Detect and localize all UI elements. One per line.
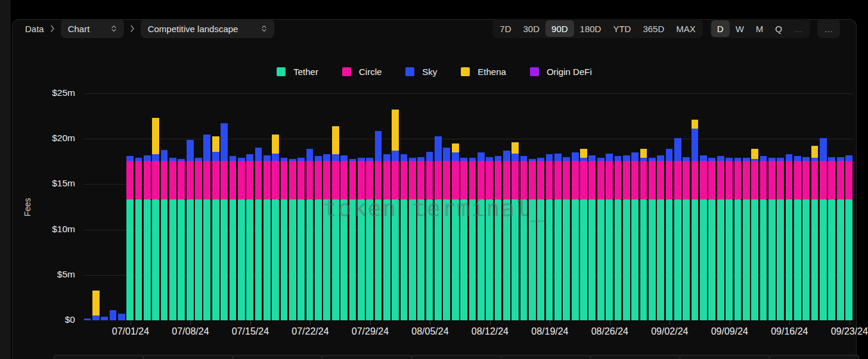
bar-09/05/24[interactable] (692, 120, 699, 320)
bar-08/21/24[interactable] (563, 157, 570, 320)
bar-08/12/24[interactable] (486, 157, 493, 320)
bar-08/16/24[interactable] (520, 156, 528, 320)
bar-07/11/24[interactable] (212, 136, 219, 320)
bar-08/18/24[interactable] (537, 158, 544, 320)
range-button-7d[interactable]: 7D (494, 20, 517, 37)
bar-06/30/24[interactable] (118, 314, 125, 320)
bar-09/13/24[interactable] (760, 156, 767, 320)
granularity-button-q[interactable]: Q (769, 20, 788, 37)
range-button-365d[interactable]: 365D (637, 20, 670, 37)
bar-09/18/24[interactable] (802, 157, 810, 320)
bar-06/28/24[interactable] (101, 317, 108, 320)
bar-09/08/24[interactable] (717, 156, 724, 320)
bar-08/03/24[interactable] (409, 158, 416, 320)
bar-07/14/24[interactable] (238, 158, 245, 320)
bar-07/07/24[interactable] (178, 159, 185, 320)
bar-09/06/24[interactable] (700, 155, 707, 320)
bar-07/23/24[interactable] (315, 156, 322, 320)
bar-07/24/24[interactable] (323, 154, 330, 320)
bar-08/25/24[interactable] (597, 158, 604, 320)
bar-07/06/24[interactable] (169, 158, 176, 320)
bar-08/10/24[interactable] (469, 158, 476, 320)
legend-item-ethena[interactable]: Ethena (461, 67, 506, 77)
granularity-button-d[interactable]: D (711, 20, 730, 37)
bar-09/03/24[interactable] (674, 138, 681, 320)
bar-07/17/24[interactable] (264, 155, 271, 320)
bar-07/02/24[interactable] (135, 158, 142, 320)
legend-item-circle[interactable]: Circle (342, 67, 382, 77)
bar-09/22/24[interactable] (837, 157, 844, 320)
bar-07/30/24[interactable] (375, 131, 382, 320)
bar-09/19/24[interactable] (811, 146, 819, 320)
bar-08/30/24[interactable] (640, 149, 647, 320)
bar-09/02/24[interactable] (666, 149, 673, 320)
bar-08/15/24[interactable] (512, 142, 519, 320)
bar-06/29/24[interactable] (110, 310, 117, 320)
bar-07/20/24[interactable] (289, 159, 296, 320)
bar-08/05/24[interactable] (426, 152, 433, 320)
bar-09/20/24[interactable] (820, 138, 827, 320)
range-button-ytd[interactable]: YTD (607, 20, 637, 37)
legend-item-origin-defi[interactable]: Origin DeFi (530, 67, 592, 77)
bar-07/12/24[interactable] (221, 123, 228, 320)
legend-item-sky[interactable]: Sky (405, 67, 437, 77)
granularity-button-m[interactable]: M (750, 20, 770, 37)
bar-08/01/24[interactable] (392, 110, 399, 320)
bar-07/15/24[interactable] (246, 154, 253, 320)
range-button-max[interactable]: MAX (670, 20, 702, 37)
bar-07/19/24[interactable] (281, 158, 288, 320)
breadcrumb-root[interactable]: Data (25, 24, 44, 34)
bar-09/14/24[interactable] (768, 158, 776, 320)
bar-07/10/24[interactable] (203, 135, 210, 320)
bar-08/14/24[interactable] (503, 151, 510, 320)
bar-07/28/24[interactable] (358, 158, 365, 320)
more-options-button[interactable]: … (817, 19, 840, 38)
bar-09/07/24[interactable] (708, 158, 715, 320)
bar-09/15/24[interactable] (777, 158, 784, 320)
bar-07/31/24[interactable] (383, 154, 390, 320)
bar-09/16/24[interactable] (786, 154, 793, 320)
granularity-button-w[interactable]: W (730, 20, 750, 37)
bar-08/19/24[interactable] (546, 154, 553, 320)
range-button-90d[interactable]: 90D (545, 20, 574, 37)
bar-08/08/24[interactable] (452, 143, 459, 320)
granularity-button-more[interactable]: … (788, 20, 809, 37)
bar-09/12/24[interactable] (751, 149, 758, 320)
bar-08/31/24[interactable] (649, 158, 656, 320)
chart-type-dropdown[interactable]: Chart (61, 19, 124, 38)
range-button-30d[interactable]: 30D (517, 20, 546, 37)
bar-09/01/24[interactable] (657, 155, 664, 320)
bar-09/21/24[interactable] (828, 157, 835, 320)
bar-08/20/24[interactable] (554, 154, 562, 320)
bar-09/17/24[interactable] (794, 156, 801, 320)
bar-08/29/24[interactable] (631, 152, 638, 320)
bar-08/28/24[interactable] (623, 155, 630, 320)
bar-09/23/24[interactable] (845, 155, 852, 320)
bar-08/02/24[interactable] (401, 154, 408, 320)
bar-06/26/24[interactable] (84, 319, 91, 320)
bar-07/04/24[interactable] (152, 118, 159, 320)
bar-08/17/24[interactable] (529, 159, 536, 320)
bar-08/27/24[interactable] (615, 156, 622, 320)
bar-06/27/24[interactable] (92, 291, 100, 320)
bar-08/22/24[interactable] (572, 152, 579, 320)
bar-07/03/24[interactable] (144, 155, 151, 320)
bar-07/18/24[interactable] (272, 135, 279, 320)
bar-08/11/24[interactable] (478, 152, 485, 320)
bar-07/29/24[interactable] (366, 158, 373, 320)
view-dropdown[interactable]: Competitive landscape (141, 19, 274, 38)
bar-09/11/24[interactable] (743, 158, 750, 320)
bar-07/16/24[interactable] (255, 148, 262, 320)
bar-07/27/24[interactable] (349, 159, 356, 320)
bar-08/26/24[interactable] (606, 154, 613, 320)
bar-07/08/24[interactable] (187, 140, 194, 320)
bar-08/06/24[interactable] (435, 136, 442, 320)
bar-09/09/24[interactable] (726, 158, 733, 320)
bar-08/13/24[interactable] (495, 156, 502, 320)
bar-07/01/24[interactable] (126, 156, 134, 320)
bar-07/26/24[interactable] (340, 155, 348, 320)
bar-09/10/24[interactable] (734, 158, 742, 320)
bar-07/09/24[interactable] (195, 158, 202, 320)
bar-07/25/24[interactable] (332, 126, 339, 320)
legend-item-tether[interactable]: Tether (277, 67, 318, 77)
